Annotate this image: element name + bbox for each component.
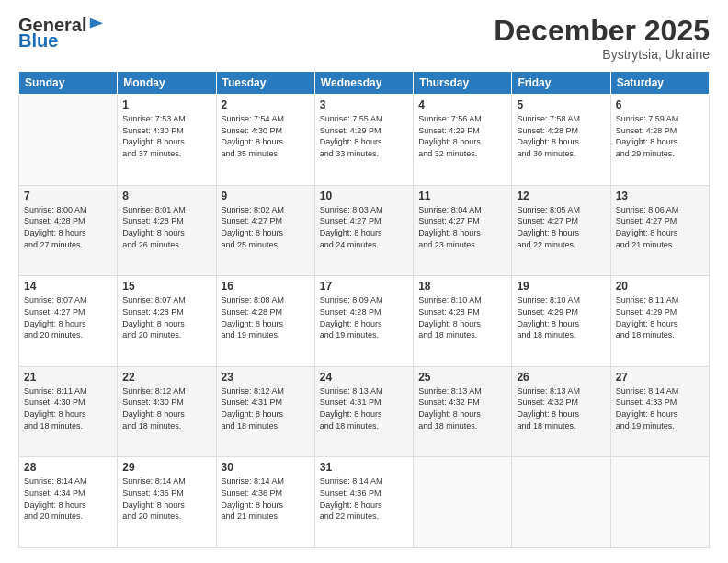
header: General Blue December 2025 Bystrytsia, U… <box>18 15 710 62</box>
day-number: 25 <box>418 371 506 384</box>
day-number: 26 <box>517 371 605 384</box>
calendar-cell: 5Sunrise: 7:58 AM Sunset: 4:28 PM Daylig… <box>512 95 610 186</box>
calendar-cell: 23Sunrise: 8:12 AM Sunset: 4:31 PM Dayli… <box>216 366 314 457</box>
logo: General Blue <box>18 15 105 52</box>
day-info: Sunrise: 8:14 AM Sunset: 4:33 PM Dayligh… <box>616 385 704 431</box>
day-number: 2 <box>222 98 310 111</box>
calendar-cell <box>414 457 512 548</box>
logo-blue-text: Blue <box>18 30 58 52</box>
calendar-cell: 4Sunrise: 7:56 AM Sunset: 4:29 PM Daylig… <box>414 95 512 186</box>
day-number: 3 <box>320 98 408 111</box>
day-number: 9 <box>222 190 310 202</box>
day-info: Sunrise: 8:14 AM Sunset: 4:34 PM Dayligh… <box>24 476 112 522</box>
day-info: Sunrise: 8:12 AM Sunset: 4:30 PM Dayligh… <box>122 385 210 431</box>
day-number: 12 <box>517 190 605 202</box>
calendar-cell: 12Sunrise: 8:05 AM Sunset: 4:27 PM Dayli… <box>512 185 610 276</box>
day-info: Sunrise: 8:04 AM Sunset: 4:27 PM Dayligh… <box>418 204 506 250</box>
calendar-cell: 28Sunrise: 8:14 AM Sunset: 4:34 PM Dayli… <box>19 457 118 548</box>
calendar-table: SundayMondayTuesdayWednesdayThursdayFrid… <box>18 71 710 548</box>
day-number: 29 <box>122 461 210 474</box>
day-number: 30 <box>222 461 310 474</box>
calendar-cell: 9Sunrise: 8:02 AM Sunset: 4:27 PM Daylig… <box>216 185 314 276</box>
calendar-cell: 3Sunrise: 7:55 AM Sunset: 4:29 PM Daylig… <box>314 95 413 186</box>
calendar-cell: 16Sunrise: 8:08 AM Sunset: 4:28 PM Dayli… <box>216 276 314 367</box>
day-info: Sunrise: 8:06 AM Sunset: 4:27 PM Dayligh… <box>616 204 704 250</box>
calendar-cell: 19Sunrise: 8:10 AM Sunset: 4:29 PM Dayli… <box>512 276 610 367</box>
weekday-header-saturday: Saturday <box>610 72 709 95</box>
calendar-cell: 13Sunrise: 8:06 AM Sunset: 4:27 PM Dayli… <box>610 185 709 276</box>
location-subtitle: Bystrytsia, Ukraine <box>494 47 710 62</box>
day-number: 31 <box>320 461 408 474</box>
day-number: 7 <box>24 190 112 202</box>
calendar-cell: 18Sunrise: 8:10 AM Sunset: 4:28 PM Dayli… <box>414 276 512 367</box>
day-info: Sunrise: 8:01 AM Sunset: 4:28 PM Dayligh… <box>122 204 210 250</box>
day-info: Sunrise: 8:02 AM Sunset: 4:27 PM Dayligh… <box>222 204 310 250</box>
day-number: 1 <box>122 98 210 111</box>
day-info: Sunrise: 8:12 AM Sunset: 4:31 PM Dayligh… <box>222 385 310 431</box>
calendar-cell: 2Sunrise: 7:54 AM Sunset: 4:30 PM Daylig… <box>216 95 314 186</box>
calendar-cell: 22Sunrise: 8:12 AM Sunset: 4:30 PM Dayli… <box>118 366 216 457</box>
day-number: 24 <box>320 371 408 384</box>
calendar-cell: 24Sunrise: 8:13 AM Sunset: 4:31 PM Dayli… <box>314 366 413 457</box>
day-info: Sunrise: 8:00 AM Sunset: 4:28 PM Dayligh… <box>24 204 112 250</box>
day-info: Sunrise: 7:59 AM Sunset: 4:28 PM Dayligh… <box>616 113 704 159</box>
calendar-week-row: 7Sunrise: 8:00 AM Sunset: 4:28 PM Daylig… <box>19 185 710 276</box>
calendar-week-row: 28Sunrise: 8:14 AM Sunset: 4:34 PM Dayli… <box>19 457 710 548</box>
day-info: Sunrise: 7:55 AM Sunset: 4:29 PM Dayligh… <box>320 113 408 159</box>
day-info: Sunrise: 8:11 AM Sunset: 4:30 PM Dayligh… <box>24 385 112 431</box>
day-info: Sunrise: 8:10 AM Sunset: 4:28 PM Dayligh… <box>418 294 506 340</box>
weekday-header-wednesday: Wednesday <box>314 72 413 95</box>
page: General Blue December 2025 Bystrytsia, U… <box>0 0 728 563</box>
day-info: Sunrise: 8:08 AM Sunset: 4:28 PM Dayligh… <box>222 294 310 340</box>
day-number: 28 <box>24 461 112 474</box>
day-info: Sunrise: 7:58 AM Sunset: 4:28 PM Dayligh… <box>517 113 605 159</box>
day-info: Sunrise: 8:13 AM Sunset: 4:31 PM Dayligh… <box>320 385 408 431</box>
calendar-cell: 29Sunrise: 8:14 AM Sunset: 4:35 PM Dayli… <box>118 457 216 548</box>
calendar-cell: 15Sunrise: 8:07 AM Sunset: 4:28 PM Dayli… <box>118 276 216 367</box>
day-info: Sunrise: 8:13 AM Sunset: 4:32 PM Dayligh… <box>517 385 605 431</box>
calendar-cell <box>19 95 118 186</box>
calendar-cell: 26Sunrise: 8:13 AM Sunset: 4:32 PM Dayli… <box>512 366 610 457</box>
day-info: Sunrise: 8:09 AM Sunset: 4:28 PM Dayligh… <box>320 294 408 340</box>
weekday-header-thursday: Thursday <box>414 72 512 95</box>
day-number: 8 <box>122 190 210 202</box>
day-number: 18 <box>418 280 506 293</box>
day-info: Sunrise: 8:07 AM Sunset: 4:27 PM Dayligh… <box>24 294 112 340</box>
day-number: 20 <box>616 280 704 293</box>
day-number: 22 <box>122 371 210 384</box>
svg-marker-0 <box>90 17 103 28</box>
day-number: 27 <box>616 371 704 384</box>
day-info: Sunrise: 8:05 AM Sunset: 4:27 PM Dayligh… <box>517 204 605 250</box>
calendar-cell <box>610 457 709 548</box>
weekday-header-monday: Monday <box>118 72 216 95</box>
day-number: 16 <box>222 280 310 293</box>
calendar-cell: 7Sunrise: 8:00 AM Sunset: 4:28 PM Daylig… <box>19 185 118 276</box>
logo-flag-icon <box>88 17 105 33</box>
calendar-week-row: 21Sunrise: 8:11 AM Sunset: 4:30 PM Dayli… <box>19 366 710 457</box>
calendar-cell <box>512 457 610 548</box>
day-number: 14 <box>24 280 112 293</box>
calendar-cell: 1Sunrise: 7:53 AM Sunset: 4:30 PM Daylig… <box>118 95 216 186</box>
calendar-week-row: 1Sunrise: 7:53 AM Sunset: 4:30 PM Daylig… <box>19 95 710 186</box>
day-info: Sunrise: 8:11 AM Sunset: 4:29 PM Dayligh… <box>616 294 704 340</box>
calendar-cell: 10Sunrise: 8:03 AM Sunset: 4:27 PM Dayli… <box>314 185 413 276</box>
day-number: 11 <box>418 190 506 202</box>
calendar-cell: 30Sunrise: 8:14 AM Sunset: 4:36 PM Dayli… <box>216 457 314 548</box>
day-info: Sunrise: 8:13 AM Sunset: 4:32 PM Dayligh… <box>418 385 506 431</box>
day-number: 10 <box>320 190 408 202</box>
calendar-cell: 6Sunrise: 7:59 AM Sunset: 4:28 PM Daylig… <box>610 95 709 186</box>
day-number: 17 <box>320 280 408 293</box>
title-area: December 2025 Bystrytsia, Ukraine <box>494 15 710 62</box>
day-info: Sunrise: 7:54 AM Sunset: 4:30 PM Dayligh… <box>222 113 310 159</box>
day-number: 19 <box>517 280 605 293</box>
weekday-header-friday: Friday <box>512 72 610 95</box>
calendar-cell: 17Sunrise: 8:09 AM Sunset: 4:28 PM Dayli… <box>314 276 413 367</box>
calendar-cell: 11Sunrise: 8:04 AM Sunset: 4:27 PM Dayli… <box>414 185 512 276</box>
day-number: 23 <box>222 371 310 384</box>
day-info: Sunrise: 8:07 AM Sunset: 4:28 PM Dayligh… <box>122 294 210 340</box>
calendar-cell: 14Sunrise: 8:07 AM Sunset: 4:27 PM Dayli… <box>19 276 118 367</box>
day-number: 15 <box>122 280 210 293</box>
day-number: 21 <box>24 371 112 384</box>
calendar-cell: 20Sunrise: 8:11 AM Sunset: 4:29 PM Dayli… <box>610 276 709 367</box>
day-number: 6 <box>616 98 704 111</box>
